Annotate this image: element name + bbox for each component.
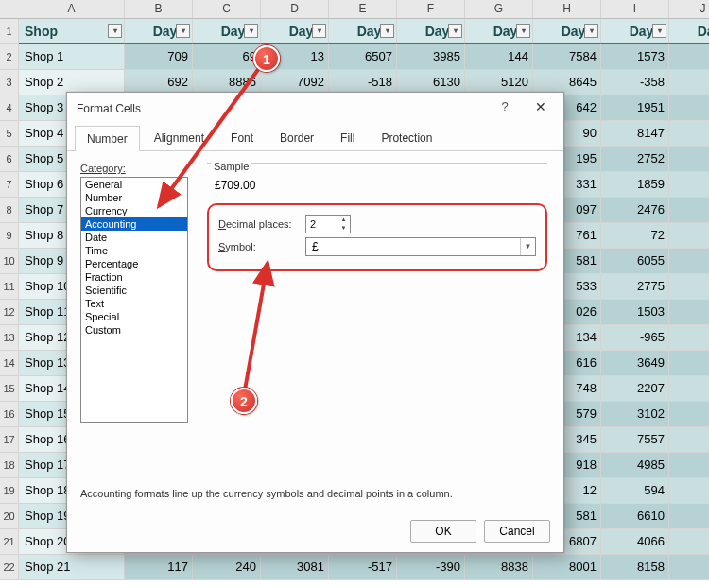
category-item-special[interactable]: Special [81, 310, 187, 323]
filter-dropdown-icon[interactable]: ▾ [652, 24, 666, 38]
data-cell[interactable]: 58 [669, 274, 709, 300]
row-header[interactable]: 8 [0, 198, 19, 223]
category-item-text[interactable]: Text [81, 297, 187, 310]
row-header[interactable]: 10 [0, 249, 19, 274]
row-header[interactable]: 15 [0, 376, 19, 402]
data-cell[interactable]: 4 [669, 504, 709, 529]
spinner-arrows[interactable]: ▲▼ [337, 216, 350, 233]
column-header-J[interactable]: J [669, 0, 709, 18]
symbol-dropdown[interactable]: £ ▼ [305, 237, 536, 256]
category-item-fraction[interactable]: Fraction [81, 270, 187, 284]
data-cell[interactable]: 80 [669, 95, 709, 121]
data-cell[interactable]: 3649 [601, 351, 669, 376]
column-header-C[interactable]: C [193, 0, 261, 18]
data-cell[interactable]: 1951 [601, 95, 669, 121]
data-cell[interactable]: 7584 [533, 44, 601, 70]
tab-font[interactable]: Font [218, 125, 266, 150]
header-cell[interactable]: Day 9▾ [669, 19, 709, 44]
filter-dropdown-icon[interactable]: ▾ [516, 24, 530, 38]
row-header[interactable]: 16 [0, 402, 19, 427]
filter-dropdown-icon[interactable]: ▾ [176, 24, 190, 38]
data-cell[interactable]: 34 [669, 351, 709, 376]
data-cell[interactable]: 8158 [601, 555, 669, 580]
data-cell[interactable]: -390 [397, 555, 465, 580]
data-cell[interactable]: -965 [601, 325, 669, 351]
data-cell[interactable]: 3102 [601, 402, 669, 427]
filter-dropdown-icon[interactable]: ▾ [448, 24, 462, 38]
data-cell[interactable]: Shop 1 [19, 44, 125, 70]
data-cell[interactable]: 60 [669, 376, 709, 402]
data-cell[interactable]: 8147 [601, 121, 669, 147]
data-cell[interactable]: 117 [125, 555, 193, 580]
tab-border[interactable]: Border [268, 125, 326, 150]
column-header-A[interactable]: A [19, 0, 125, 18]
data-cell[interactable]: 72 [601, 223, 669, 249]
filter-dropdown-icon[interactable]: ▾ [244, 24, 258, 38]
header-cell[interactable]: Day 7▾ [533, 19, 601, 44]
data-cell[interactable]: 1503 [601, 300, 669, 325]
row-header[interactable]: 17 [0, 427, 19, 453]
data-cell[interactable]: 24 [669, 555, 709, 580]
data-cell[interactable]: 2207 [601, 376, 669, 402]
data-cell[interactable]: 594 [601, 478, 669, 504]
data-cell[interactable]: 22 [669, 70, 709, 95]
data-cell[interactable]: 7557 [601, 427, 669, 453]
header-cell[interactable]: Day 5▾ [397, 19, 465, 44]
data-cell[interactable]: 8838 [465, 555, 533, 580]
header-cell[interactable]: Day 6▾ [465, 19, 533, 44]
data-cell[interactable]: 6610 [601, 504, 669, 529]
header-cell[interactable]: Shop▾ [19, 19, 125, 44]
data-cell[interactable]: 3985 [397, 44, 465, 70]
data-cell[interactable]: -1 [669, 529, 709, 555]
column-header-I[interactable]: I [601, 0, 669, 18]
row-header[interactable]: 11 [0, 274, 19, 300]
data-cell[interactable]: 2752 [601, 147, 669, 172]
data-cell[interactable]: 83 [669, 300, 709, 325]
data-cell[interactable]: 1859 [601, 172, 669, 198]
category-item-percentage[interactable]: Percentage [81, 257, 187, 270]
filter-dropdown-icon[interactable]: ▾ [380, 24, 394, 38]
data-cell[interactable]: 144 [465, 44, 533, 70]
row-header[interactable]: 22 [0, 555, 19, 580]
tab-fill[interactable]: Fill [328, 125, 367, 150]
row-header[interactable]: 5 [0, 121, 19, 147]
row-header[interactable]: 13 [0, 325, 19, 351]
data-cell[interactable]: -358 [601, 70, 669, 95]
data-cell[interactable]: 69 [193, 44, 261, 70]
data-cell[interactable]: 6507 [329, 44, 397, 70]
chevron-up-icon[interactable]: ▲ [337, 216, 350, 224]
data-cell[interactable]: 240 [193, 555, 261, 580]
category-item-time[interactable]: Time [81, 244, 187, 257]
data-cell[interactable]: 75 [669, 198, 709, 223]
header-cell[interactable]: Day 2▾ [193, 19, 261, 44]
column-header-D[interactable]: D [261, 0, 329, 18]
row-header[interactable]: 6 [0, 147, 19, 172]
column-header-E[interactable]: E [329, 0, 397, 18]
data-cell[interactable]: 44 [669, 325, 709, 351]
column-header-H[interactable]: H [533, 0, 601, 18]
chevron-down-icon[interactable]: ▼ [337, 224, 350, 233]
row-header[interactable]: 4 [0, 95, 19, 121]
data-cell[interactable]: 41 [669, 223, 709, 249]
filter-dropdown-icon[interactable]: ▾ [312, 24, 326, 38]
header-cell[interactable]: Day 1▾ [125, 19, 193, 44]
category-item-scientific[interactable]: Scientific [81, 284, 187, 297]
category-item-date[interactable]: Date [81, 231, 187, 244]
category-item-custom[interactable]: Custom [81, 323, 187, 337]
tab-protection[interactable]: Protection [369, 125, 444, 150]
help-button[interactable]: ? [488, 93, 522, 121]
data-cell[interactable]: 17 [669, 147, 709, 172]
data-cell[interactable]: 3081 [261, 555, 329, 580]
data-cell[interactable]: -3 [669, 427, 709, 453]
tab-number[interactable]: Number [75, 126, 140, 151]
ok-button[interactable]: OK [410, 520, 476, 543]
row-header[interactable]: 14 [0, 351, 19, 376]
column-header-F[interactable]: F [397, 0, 465, 18]
data-cell[interactable]: Shop 21 [19, 555, 125, 580]
cancel-button[interactable]: Cancel [484, 520, 550, 543]
close-button[interactable]: ✕ [524, 93, 558, 121]
data-cell[interactable]: 10 [669, 172, 709, 198]
data-cell[interactable]: 6055 [601, 249, 669, 274]
decimal-places-spinner[interactable]: 2 ▲▼ [305, 215, 351, 233]
data-cell[interactable]: 2476 [601, 198, 669, 223]
